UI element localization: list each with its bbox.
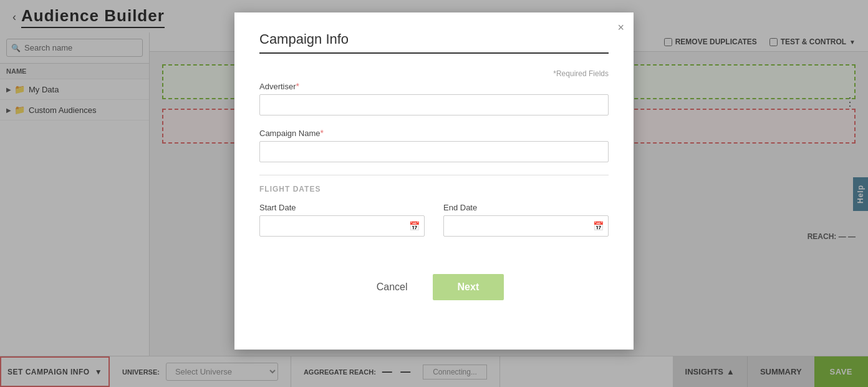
modal-overlay: × Campaign Info *Required Fields Adverti… [0, 0, 868, 387]
divider [259, 175, 609, 175]
modal-title: Campaign Info [259, 31, 609, 54]
campaign-name-required-star: * [321, 128, 324, 138]
cancel-button[interactable]: Cancel [364, 275, 420, 299]
advertiser-label: Advertiser* [259, 81, 609, 91]
next-button[interactable]: Next [433, 274, 504, 300]
end-date-label: End Date [443, 203, 609, 212]
end-date-input[interactable] [443, 215, 609, 237]
modal-footer: Cancel Next [259, 274, 609, 300]
end-date-group: End Date 📅 [443, 203, 609, 237]
required-note: *Required Fields [259, 69, 609, 78]
advertiser-form-group: Advertiser* [259, 81, 609, 115]
campaign-info-modal: × Campaign Info *Required Fields Adverti… [234, 12, 634, 350]
campaign-name-label: Campaign Name* [259, 128, 609, 138]
start-date-wrap: 📅 [259, 215, 425, 237]
flight-dates-label: FLIGHT DATES [259, 185, 609, 194]
advertiser-required-star: * [296, 81, 299, 91]
campaign-name-input[interactable] [259, 141, 609, 162]
start-date-label: Start Date [259, 203, 425, 212]
campaign-name-form-group: Campaign Name* [259, 128, 609, 162]
start-date-group: Start Date 📅 [259, 203, 425, 237]
end-date-wrap: 📅 [443, 215, 609, 237]
advertiser-input[interactable] [259, 94, 609, 115]
date-row: Start Date 📅 End Date 📅 [259, 203, 609, 237]
modal-close-button[interactable]: × [617, 22, 624, 33]
start-date-input[interactable] [259, 215, 425, 237]
